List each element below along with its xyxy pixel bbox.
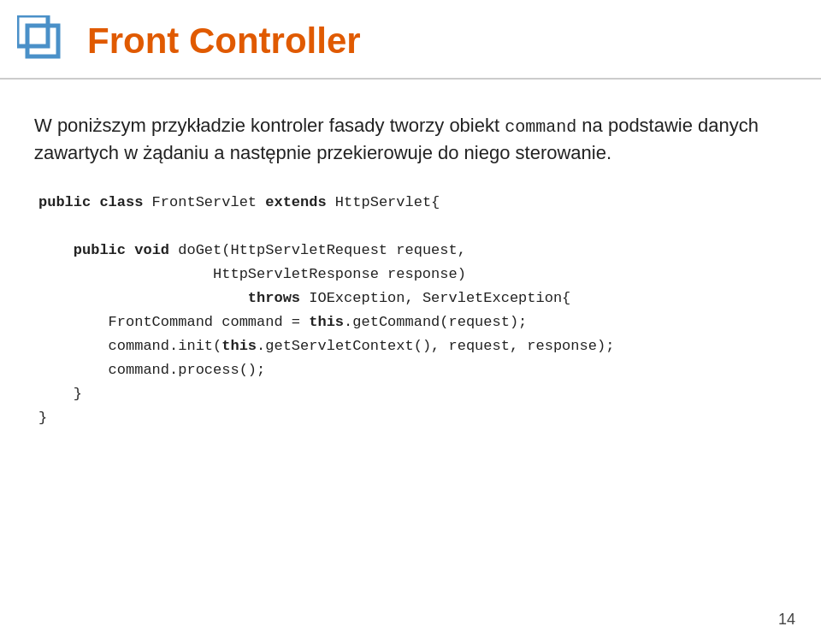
kw-this-2: this: [221, 338, 257, 354]
code-line-7: command.init(this.getServletContext(), r…: [38, 334, 787, 358]
page-number: 14: [778, 611, 795, 628]
logo-icon: [17, 15, 68, 62]
code-line-6: FrontCommand command = this.getCommand(r…: [38, 310, 787, 334]
intro-paragraph: W poniższym przykładzie kontroler fasady…: [34, 112, 787, 167]
code-line-5: throws IOException, ServletException{: [38, 287, 787, 310]
code-line-3: public void doGet(HttpServletRequest req…: [38, 239, 787, 263]
footer-page-number: 14: [778, 611, 795, 629]
code-line-blank: [38, 215, 787, 239]
code-line-8: command.process();: [38, 358, 787, 382]
page-title: Front Controller: [87, 21, 361, 62]
code-line-4: HttpServletResponse response): [38, 263, 787, 287]
code-line-10: }: [38, 406, 787, 430]
code-line-1: public class FrontServlet extends HttpSe…: [38, 191, 787, 215]
kw-extends: extends: [265, 194, 326, 210]
intro-text-before: W poniższym przykładzie kontroler fasady…: [34, 115, 505, 136]
kw-public-2: public void: [74, 242, 169, 258]
kw-throws: throws: [248, 290, 300, 306]
kw-public-1: public class: [38, 194, 143, 210]
logo: [17, 15, 68, 66]
code-line-9: }: [38, 382, 787, 406]
main-content: W poniższym przykładzie kontroler fasady…: [0, 80, 821, 456]
kw-this-1: this: [309, 314, 344, 330]
svg-rect-0: [17, 15, 48, 46]
code-block: public class FrontServlet extends HttpSe…: [38, 191, 787, 430]
svg-rect-1: [27, 26, 58, 56]
intro-code-word: command: [505, 117, 576, 137]
header: Front Controller: [0, 0, 821, 80]
